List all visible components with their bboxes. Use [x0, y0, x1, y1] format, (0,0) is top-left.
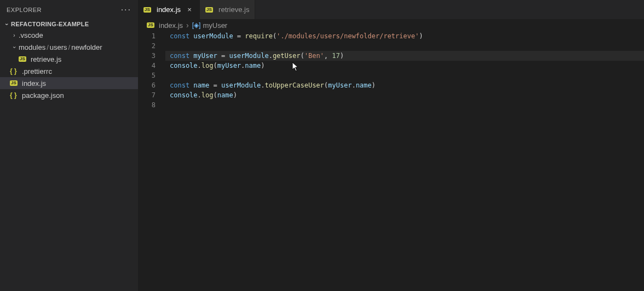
folder-segment: users [50, 43, 67, 51]
code-line[interactable] [165, 71, 644, 80]
line-number: 4 [138, 61, 156, 71]
close-icon[interactable]: × [185, 5, 194, 14]
code-line[interactable]: console.log(myUser.name) [165, 61, 644, 71]
line-number: 1 [138, 31, 156, 41]
file-package-json[interactable]: { } package.json [0, 89, 138, 101]
code-line[interactable]: const userModule = require('./modules/us… [165, 31, 644, 41]
file-prettierrc[interactable]: { } .prettierrc [0, 65, 138, 77]
tab-label: index.js [157, 5, 181, 14]
chevron-right-icon: › [10, 32, 19, 38]
explorer-sidebar: EXPLORER ··· › REFACTORING-EXAMPLE › .vs… [0, 0, 138, 291]
file-label: package.json [22, 91, 64, 100]
code-editor[interactable]: 12345678 const userModule = require('./m… [138, 31, 644, 291]
variable-symbol-icon: [◈] [192, 21, 201, 29]
code-line[interactable]: const name = userModule.toUpperCaseUser(… [165, 80, 644, 90]
tab-bar: JS index.js × JS retrieve.js [138, 0, 644, 19]
tab-index-js[interactable]: JS index.js × [138, 0, 200, 19]
file-label: .prettierrc [22, 67, 52, 75]
more-actions-icon[interactable]: ··· [121, 5, 131, 15]
folder-segment: modules [19, 43, 45, 51]
js-file-icon: JS [19, 56, 28, 62]
file-retrieve-js[interactable]: JS retrieve.js [0, 53, 138, 65]
file-tree: › .vscode › modules/users/newfolder JS r… [0, 29, 138, 291]
explorer-title: EXPLORER [7, 7, 42, 13]
chevron-down-icon: › [4, 20, 10, 28]
js-file-icon: JS [143, 7, 153, 13]
project-name: REFACTORING-EXAMPLE [11, 21, 89, 27]
js-file-icon: JS [147, 22, 157, 28]
line-number: 6 [138, 80, 156, 90]
js-file-icon: JS [10, 80, 20, 86]
breadcrumb[interactable]: JS index.js › [◈] myUser [138, 19, 644, 31]
code-line[interactable]: const myUser = userModule.getUser('Ben',… [165, 51, 644, 61]
js-file-icon: JS [205, 7, 215, 13]
folder-label: .vscode [19, 31, 43, 39]
explorer-header: EXPLORER ··· [0, 0, 138, 19]
line-number-gutter: 12345678 [138, 31, 165, 291]
path-separator: / [45, 43, 50, 51]
code-line[interactable] [165, 100, 644, 110]
file-label: index.js [22, 79, 46, 88]
editor-area: JS index.js × JS retrieve.js JS index.js… [138, 0, 644, 291]
path-separator: / [67, 43, 72, 51]
code-line[interactable] [165, 41, 644, 51]
chevron-down-icon: › [12, 43, 18, 51]
folder-vscode[interactable]: › .vscode [0, 29, 138, 41]
folder-segment: newfolder [71, 43, 102, 51]
json-file-icon: { } [10, 67, 20, 75]
breadcrumb-symbol: myUser [203, 21, 227, 30]
code-content[interactable]: const userModule = require('./modules/us… [165, 31, 644, 291]
line-number: 2 [138, 41, 156, 51]
code-line[interactable]: console.log(name) [165, 90, 644, 100]
file-index-js[interactable]: JS index.js [0, 77, 138, 89]
json-file-icon: { } [10, 91, 20, 99]
folder-modules-path[interactable]: › modules/users/newfolder [0, 41, 138, 53]
line-number: 3 [138, 51, 156, 61]
tab-retrieve-js[interactable]: JS retrieve.js [200, 0, 255, 19]
line-number: 7 [138, 90, 156, 100]
file-label: retrieve.js [31, 55, 61, 63]
breadcrumb-file: index.js [159, 21, 183, 30]
tab-label: retrieve.js [219, 5, 249, 14]
chevron-right-icon: › [183, 21, 192, 30]
project-root[interactable]: › REFACTORING-EXAMPLE [0, 19, 138, 29]
line-number: 5 [138, 71, 156, 80]
line-number: 8 [138, 100, 156, 110]
